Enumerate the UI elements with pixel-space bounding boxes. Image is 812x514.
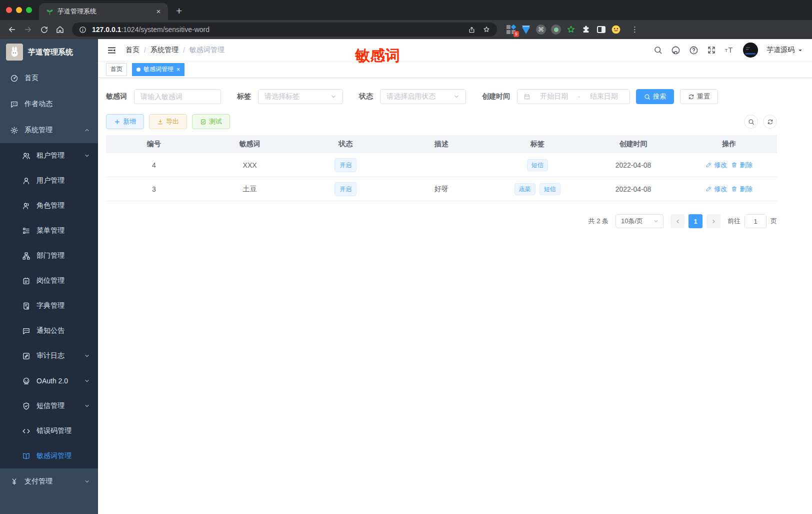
extension-kite-icon[interactable] bbox=[521, 25, 531, 35]
sidebar-item-label: 敏感词管理 bbox=[36, 451, 90, 460]
rabbit-logo bbox=[6, 44, 23, 61]
sidebar-item-dashboard[interactable]: 首页 bbox=[0, 65, 98, 91]
back-icon[interactable] bbox=[5, 23, 19, 37]
font-size-icon[interactable]: TT bbox=[724, 45, 734, 55]
reset-button[interactable]: 重置 bbox=[680, 89, 718, 104]
user-avatar[interactable] bbox=[743, 43, 758, 58]
next-page-button[interactable] bbox=[706, 214, 720, 228]
extension-star-icon[interactable] bbox=[566, 25, 576, 35]
sidebar-item-payment[interactable]: 支付管理 bbox=[0, 468, 98, 494]
page-number-button[interactable]: 1 bbox=[688, 214, 702, 228]
collapse-sidebar-icon[interactable] bbox=[107, 46, 116, 55]
browser-chrome: 芋道管理系统 × + 127.0.0.1:1024/system/sensiti… bbox=[0, 0, 812, 39]
start-date-placeholder[interactable]: 开始日期 bbox=[534, 92, 574, 101]
end-date-placeholder[interactable]: 结束日期 bbox=[584, 92, 624, 101]
sidebar-item-oauth[interactable]: OAuth 2.0 bbox=[0, 368, 98, 393]
window-controls[interactable] bbox=[0, 0, 39, 20]
cell-operations: 修改删除 bbox=[681, 185, 777, 194]
tag-tab-home[interactable]: 首页 bbox=[106, 63, 127, 76]
show-search-toggle-button[interactable] bbox=[744, 115, 758, 129]
sidebar-item-gear[interactable]: 系统管理 bbox=[0, 117, 98, 143]
sidebar-item-tenant[interactable]: 租户管理 bbox=[0, 143, 98, 168]
maximize-window-button[interactable] bbox=[26, 7, 32, 13]
dictionary-icon bbox=[22, 302, 30, 310]
sidebar-toggle-icon[interactable] bbox=[596, 25, 606, 35]
sidebar-item-role[interactable]: 角色管理 bbox=[0, 193, 98, 218]
payment-icon bbox=[10, 477, 18, 486]
search-button[interactable]: 搜索 bbox=[636, 89, 674, 104]
status-select[interactable]: 请选择启用状态 bbox=[380, 89, 466, 104]
sidebar-item-author-news[interactable]: 作者动态 bbox=[0, 91, 98, 117]
cell-created: 2022-04-08 bbox=[586, 161, 682, 169]
audit-log-icon bbox=[22, 352, 30, 360]
browser-tab-strip: 芋道管理系统 × + bbox=[0, 0, 812, 20]
close-window-button[interactable] bbox=[6, 7, 12, 13]
url-bar[interactable]: 127.0.0.1:1024/system/sensitive-word bbox=[72, 23, 497, 37]
sidebar-item-label: 租户管理 bbox=[36, 151, 78, 160]
browser-menu-icon[interactable]: ⋮ bbox=[627, 25, 641, 34]
add-button[interactable]: 新增 bbox=[106, 114, 144, 129]
export-button[interactable]: 导出 bbox=[149, 114, 187, 129]
share-icon[interactable] bbox=[466, 24, 477, 35]
sidebar-item-error-code[interactable]: 错误码管理 bbox=[0, 418, 98, 443]
sidebar-item-department[interactable]: 部门管理 bbox=[0, 243, 98, 268]
sms-icon bbox=[22, 402, 30, 410]
tab-close-icon[interactable]: × bbox=[176, 66, 180, 73]
extensions-puzzle-icon[interactable] bbox=[581, 25, 591, 35]
cell-word: 土豆 bbox=[202, 185, 298, 194]
fullscreen-icon[interactable] bbox=[707, 46, 716, 55]
pagination: 共 2 条 10条/页 1 前往 bbox=[106, 214, 777, 228]
minimize-window-button[interactable] bbox=[16, 7, 22, 13]
forward-icon[interactable] bbox=[21, 23, 35, 37]
new-tab-button[interactable]: + bbox=[168, 5, 190, 20]
extension-record-icon[interactable] bbox=[551, 25, 561, 35]
reload-icon[interactable] bbox=[37, 23, 51, 37]
col-status: 状态 bbox=[298, 140, 394, 149]
profile-avatar-icon[interactable] bbox=[611, 25, 621, 35]
col-operations: 操作 bbox=[681, 140, 777, 149]
tag-tab-sensitive-word[interactable]: 敏感词管理 × bbox=[132, 63, 184, 76]
tag-select[interactable]: 请选择标签 bbox=[258, 89, 343, 104]
breadcrumb-home[interactable]: 首页 bbox=[126, 46, 140, 55]
extension-command-icon[interactable]: ⌘ bbox=[536, 25, 546, 35]
gear-icon bbox=[10, 126, 18, 135]
notice-icon bbox=[22, 327, 30, 335]
help-icon[interactable] bbox=[689, 46, 698, 55]
delete-button[interactable]: 删除 bbox=[731, 185, 752, 194]
sidebar-item-user[interactable]: 用户管理 bbox=[0, 168, 98, 193]
browser-toolbar: 127.0.0.1:1024/system/sensitive-word 9 ⌘ bbox=[0, 20, 812, 39]
app-logo-row[interactable]: 芋道管理系统 bbox=[0, 39, 98, 65]
test-button[interactable]: 测试 bbox=[192, 114, 230, 129]
sidebar-item-menu-tree[interactable]: 菜单管理 bbox=[0, 218, 98, 243]
sidebar-item-audit-log[interactable]: 审计日志 bbox=[0, 343, 98, 368]
sidebar-item-sensitive-word[interactable]: 敏感词管理 bbox=[0, 443, 98, 468]
tab-close-icon[interactable]: × bbox=[154, 7, 163, 16]
delete-button[interactable]: 删除 bbox=[731, 161, 752, 170]
sidebar-item-dictionary[interactable]: 字典管理 bbox=[0, 293, 98, 318]
sidebar-item-label: 系统管理 bbox=[24, 126, 78, 135]
sidebar-item-sms[interactable]: 短信管理 bbox=[0, 393, 98, 418]
edit-button[interactable]: 修改 bbox=[706, 161, 727, 170]
sidebar-item-notice[interactable]: 通知公告 bbox=[0, 318, 98, 343]
menu-tree-icon bbox=[22, 227, 30, 235]
cell-status: 开启 bbox=[298, 158, 394, 172]
sidebar-item-post[interactable]: 岗位管理 bbox=[0, 268, 98, 293]
date-range-picker[interactable]: 开始日期 - 结束日期 bbox=[517, 89, 630, 104]
github-icon[interactable] bbox=[671, 46, 680, 55]
page-unit-label: 页 bbox=[770, 217, 777, 226]
breadcrumb-system[interactable]: 系统管理 bbox=[150, 46, 178, 55]
goto-page-input[interactable] bbox=[745, 215, 766, 228]
keyword-input[interactable] bbox=[140, 93, 214, 101]
site-info-icon[interactable] bbox=[77, 24, 88, 35]
search-icon[interactable] bbox=[654, 46, 662, 55]
edit-button[interactable]: 修改 bbox=[706, 185, 727, 194]
prev-page-button[interactable] bbox=[670, 214, 684, 228]
refresh-table-button[interactable] bbox=[763, 115, 777, 129]
extension-grid-icon[interactable]: 9 bbox=[506, 25, 516, 35]
page-size-select[interactable]: 10条/页 bbox=[616, 214, 664, 228]
create-time-label: 创建时间 bbox=[482, 92, 510, 101]
browser-tab[interactable]: 芋道管理系统 × bbox=[39, 3, 168, 20]
home-icon[interactable] bbox=[53, 23, 67, 37]
user-menu[interactable]: 芋道源码 bbox=[766, 46, 803, 55]
bookmark-star-icon[interactable] bbox=[481, 24, 492, 35]
